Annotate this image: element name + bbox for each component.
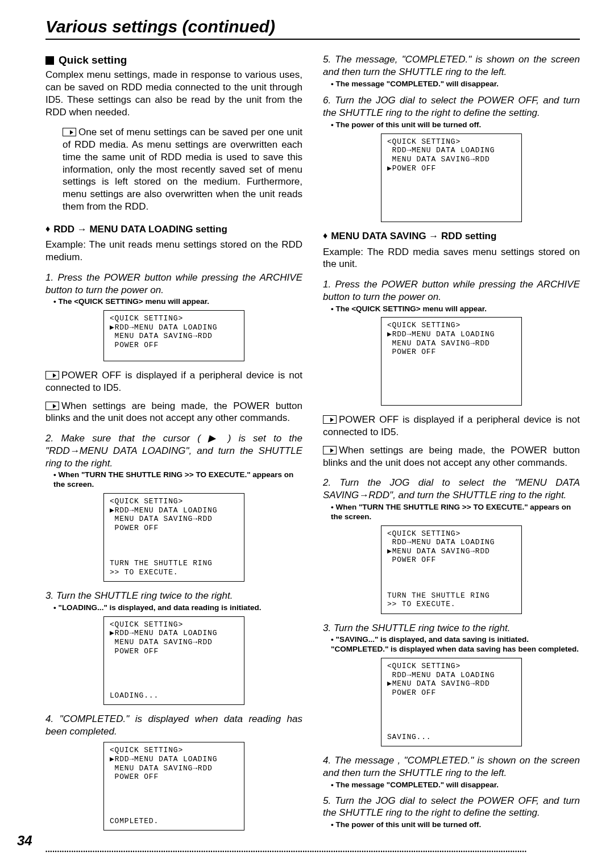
note-icon bbox=[323, 415, 337, 424]
quick-setting-note-text: One set of menu settings can be saved pe… bbox=[63, 127, 302, 212]
loading-note-blink-text: When settings are being made, the POWER … bbox=[45, 400, 302, 424]
right-column: 5. The message, "COMPLETED." is shown on… bbox=[323, 53, 580, 838]
loading-step-3: 3. Turn the SHUTTLE ring twice to the ri… bbox=[45, 590, 302, 602]
square-bullet-icon bbox=[45, 56, 54, 65]
loading-step-3-bullet: • "LOADING..." is displayed, and data re… bbox=[53, 603, 302, 613]
saving-step-3-bullet: • "SAVING..." is displayed, and data sav… bbox=[331, 635, 580, 654]
saving-step-3: 3. Turn the SHUTTLE ring twice to the ri… bbox=[323, 622, 580, 635]
screen-saving-3: <QUICK SETTING> RDD→MENU DATA LOADING ▶M… bbox=[381, 658, 522, 746]
screen-saving-2: <QUICK SETTING> RDD→MENU DATA LOADING ▶M… bbox=[381, 525, 522, 614]
loading-note-blink: When settings are being made, the POWER … bbox=[45, 400, 302, 425]
page-number: 34 bbox=[17, 833, 32, 849]
loading-step-6: 6. Turn the JOG dial to select the POWER… bbox=[323, 94, 580, 119]
saving-step-5: 5. Turn the JOG dial to select the POWER… bbox=[323, 795, 580, 820]
quick-setting-label: Quick setting bbox=[59, 53, 127, 67]
loading-note-poweroff-text: POWER OFF is displayed if a peripheral d… bbox=[45, 370, 302, 393]
page-title: Various settings (continued) bbox=[45, 17, 580, 40]
loading-step-2: 2. Make sure that the cursor ( ▶ ) is se… bbox=[45, 432, 302, 469]
loading-step-5: 5. The message, "COMPLETED." is shown on… bbox=[323, 53, 580, 78]
note-icon bbox=[45, 371, 59, 379]
saving-step-1-bullet: • The <QUICK SETTING> menu will appear. bbox=[331, 304, 580, 314]
two-column-layout: Quick setting Complex menu settings, mad… bbox=[45, 53, 580, 838]
rdd-loading-heading-text: RDD → MENU DATA LOADING setting bbox=[53, 223, 227, 236]
saving-step-1: 1. Press the POWER button while pressing… bbox=[323, 278, 580, 303]
saving-step-5-bullet: • The power of this unit will be turned … bbox=[331, 820, 580, 830]
rdd-loading-example: Example: The unit reads menu settings st… bbox=[45, 239, 302, 264]
screen-saving-1: <QUICK SETTING> ▶RDD→MENU DATA LOADING M… bbox=[381, 317, 522, 406]
saving-step-4-bullet: • The message "COMPLETED." will disappea… bbox=[331, 781, 580, 790]
quick-setting-heading: Quick setting bbox=[45, 53, 302, 67]
loading-step-4: 4. "COMPLETED." is displayed when data r… bbox=[45, 713, 302, 738]
saving-note-poweroff-text: POWER OFF is displayed if a peripheral d… bbox=[323, 414, 580, 437]
loading-step-5-bullet: • The message "COMPLETED." will disappea… bbox=[331, 80, 580, 89]
loading-step-6-bullet: • The power of this unit will be turned … bbox=[331, 120, 580, 130]
screen-loading-5: <QUICK SETTING> RDD→MENU DATA LOADING ME… bbox=[381, 133, 522, 222]
note-icon bbox=[45, 402, 59, 410]
saving-note-poweroff: POWER OFF is displayed if a peripheral d… bbox=[323, 414, 580, 439]
saving-note-blink-text: When settings are being made, the POWER … bbox=[323, 445, 580, 468]
screen-loading-1: <QUICK SETTING> ▶RDD→MENU DATA LOADING M… bbox=[103, 310, 244, 361]
note-icon bbox=[323, 446, 337, 454]
dotted-rule: ••••••••••••••••••••••••••••••••••••••••… bbox=[45, 849, 580, 856]
screen-loading-2: <QUICK SETTING> ▶RDD→MENU DATA LOADING M… bbox=[103, 493, 244, 582]
saving-step-2-bullet: • When "TURN THE SHUTTLE RING >> TO EXEC… bbox=[331, 503, 580, 522]
quick-setting-note: One set of menu settings can be saved pe… bbox=[63, 126, 302, 212]
diamond-icon: ♦ bbox=[323, 230, 327, 241]
loading-step-1: 1. Press the POWER button while pressing… bbox=[45, 272, 302, 297]
saving-step-2: 2. Turn the JOG dial to select the "MENU… bbox=[323, 477, 580, 502]
note-icon bbox=[63, 128, 76, 136]
menu-saving-heading: ♦ MENU DATA SAVING → RDD setting bbox=[323, 230, 580, 243]
saving-note-blink: When settings are being made, the POWER … bbox=[323, 444, 580, 469]
saving-step-4: 4. The message , "COMPLETED." is shown o… bbox=[323, 754, 580, 779]
screen-loading-4: <QUICK SETTING> ▶RDD→MENU DATA LOADING M… bbox=[103, 742, 244, 831]
loading-step-1-bullet: • The <QUICK SETTING> menu will appear. bbox=[53, 297, 302, 307]
diamond-icon: ♦ bbox=[45, 223, 50, 235]
left-column: Quick setting Complex menu settings, mad… bbox=[45, 53, 302, 838]
menu-saving-example: Example: The RDD media saves menu settin… bbox=[323, 246, 580, 271]
loading-step-2-bullet: • When "TURN THE SHUTTLE RING >> TO EXEC… bbox=[53, 470, 302, 490]
rdd-loading-heading: ♦ RDD → MENU DATA LOADING setting bbox=[45, 223, 302, 236]
quick-setting-body: Complex menu settings, made in response … bbox=[45, 69, 302, 118]
screen-loading-3: <QUICK SETTING> ▶RDD→MENU DATA LOADING M… bbox=[103, 616, 244, 705]
menu-saving-heading-text: MENU DATA SAVING → RDD setting bbox=[331, 230, 496, 243]
loading-note-poweroff: POWER OFF is displayed if a peripheral d… bbox=[45, 369, 302, 394]
